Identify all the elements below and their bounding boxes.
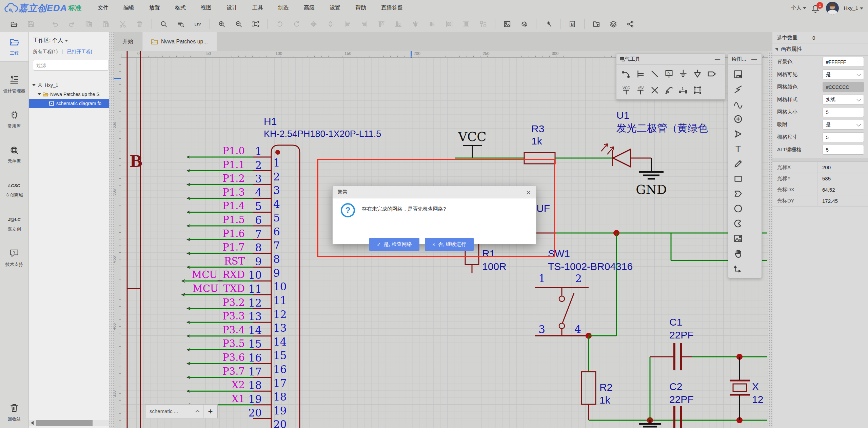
image-tool[interactable]: .ictext{fill:currentColor;stroke:none;fo…: [731, 231, 745, 246]
gnd-symbol[interactable]: [639, 420, 661, 427]
tab-start[interactable]: 开始: [114, 32, 142, 51]
dialog-title-bar[interactable]: 警告 ×: [333, 186, 536, 198]
arc-tool[interactable]: .ictext{fill:currentColor;stroke:none;fo…: [731, 112, 745, 127]
zoom-in-button[interactable]: .ictext{fill:currentColor;stroke:none;fo…: [215, 18, 228, 31]
crystal-x1[interactable]: [730, 357, 750, 420]
tree-item-schematic[interactable]: schematic diagram fo: [29, 99, 113, 108]
pan-hand-tool[interactable]: .ictext{fill:currentColor;stroke:none;fo…: [731, 246, 745, 261]
net-port-tool[interactable]: .ictext{fill:currentColor;stroke:none;fo…: [705, 67, 719, 81]
origin-tool[interactable]: .ictext{fill:currentColor;stroke:none;fo…: [731, 261, 745, 276]
grid-color-swatch[interactable]: #CCCCCC: [823, 82, 864, 92]
rail-item-jlc[interactable]: J@LC嘉立创: [0, 211, 28, 235]
pie-tool[interactable]: .ictext{fill:currentColor;stroke:none;fo…: [731, 216, 745, 231]
project-browser-button[interactable]: .ictext{fill:currentColor;stroke:none;fo…: [590, 18, 603, 31]
grid-style-dropdown[interactable]: 实线: [823, 95, 864, 104]
led-u1[interactable]: [601, 144, 631, 167]
workspace-selector[interactable]: 工作区: 个人: [33, 37, 109, 44]
tree-item-project[interactable]: Nvwa Patches up the S: [29, 90, 113, 99]
avatar[interactable]: [826, 2, 839, 15]
capacitor-c1[interactable]: [673, 343, 682, 370]
close-icon[interactable]: ×: [526, 188, 531, 196]
bus-entry-tool[interactable]: .ictext{fill:currentColor;stroke:none;fo…: [648, 67, 662, 81]
menu-settings[interactable]: 设置: [322, 2, 348, 14]
menu-live-qa[interactable]: 直播答疑: [374, 2, 410, 14]
minimize-button[interactable]: —: [750, 56, 758, 62]
ground-tool[interactable]: .ictext{fill:currentColor;stroke:none;fo…: [676, 67, 690, 81]
scrollbar-thumb[interactable]: [36, 420, 93, 426]
voltage-probe-tool[interactable]: .ictext{fill:currentColor;stroke:none;fo…: [662, 83, 676, 97]
background-color-input[interactable]: #FFFFFF: [823, 57, 864, 67]
workspace-switcher[interactable]: 个人: [791, 5, 806, 11]
capacitor-c2[interactable]: [673, 406, 682, 428]
vcc-flag-tool[interactable]: .ictext{fill:currentColor;stroke:none;fo…: [619, 83, 633, 97]
open-button[interactable]: .ictext{fill:currentColor;stroke:none;fo…: [7, 18, 20, 31]
tree-expand-icon[interactable]: [32, 84, 36, 86]
tab-active-project[interactable]: Nvwa Patches up...: [142, 32, 217, 51]
tab-all-projects[interactable]: 所有工程(1): [33, 49, 58, 54]
menu-advanced[interactable]: 高级: [296, 2, 322, 14]
gnd-symbol[interactable]: [639, 158, 664, 179]
preview-image-button[interactable]: .ictext{fill:currentColor;stroke:none;fo…: [501, 18, 514, 31]
layer-manager-button[interactable]: .ictext{fill:currentColor;stroke:none;fo…: [607, 18, 620, 31]
arrow-tool[interactable]: .ictext{fill:currentColor;stroke:none;fo…: [731, 127, 745, 141]
menu-help[interactable]: 帮助: [348, 2, 374, 14]
plus5v-flag-tool[interactable]: .ictext{fill:currentColor;stroke:none;fo…: [633, 83, 648, 97]
alt-snap-input[interactable]: 5: [823, 145, 864, 155]
no-continue-button[interactable]: ×否, 继续进行: [425, 238, 474, 251]
update-symbols-button[interactable]: .ictext{fill:currentColor;stroke:none;fo…: [518, 18, 531, 31]
text-tool[interactable]: .ictext{fill:currentColor;stroke:none;fo…: [731, 141, 745, 156]
menu-view[interactable]: 视图: [193, 2, 219, 14]
share-button[interactable]: .ictext{fill:currentColor;stroke:none;fo…: [624, 18, 637, 31]
net-label-tool[interactable]: .ictext{fill:currentColor;stroke:none;fo…: [662, 67, 676, 81]
selection-group-tool[interactable]: .ictext{fill:currentColor;stroke:none;fo…: [690, 83, 705, 97]
sheet-dropdown-button[interactable]: schematic ...: [145, 404, 203, 418]
zoom-fit-button[interactable]: .ictext{fill:currentColor;stroke:none;fo…: [249, 18, 262, 31]
rail-item-lcsc-mall[interactable]: LCSC立创商城: [0, 177, 28, 201]
menu-design[interactable]: 设计: [219, 2, 245, 14]
rail-item-component-library[interactable]: .ictext{fill:currentColor;stroke:none;fo…: [0, 142, 28, 168]
minimize-button[interactable]: —: [713, 56, 722, 62]
notification-bell-button[interactable]: 1: [811, 3, 821, 14]
menu-fabrication[interactable]: 制造: [271, 2, 296, 14]
switch-sw1[interactable]: 1 2 3 4: [535, 272, 589, 336]
tree-expand-icon[interactable]: [38, 93, 41, 95]
snap-dropdown[interactable]: 是: [823, 120, 864, 130]
rail-item-recycle-bin[interactable]: 回收站: [0, 400, 28, 425]
no-connect-tool[interactable]: .ictext{fill:currentColor;stroke:none;fo…: [648, 83, 662, 97]
circle-tool[interactable]: .ictext{fill:currentColor;stroke:none;fo…: [731, 201, 745, 216]
tree-item-user[interactable]: Hxy_1: [29, 80, 113, 90]
ground-power-tool[interactable]: .ictext{fill:currentColor;stroke:none;fo…: [690, 67, 705, 81]
grid-visible-dropdown[interactable]: 是: [823, 70, 864, 79]
zoom-out-button[interactable]: .ictext{fill:currentColor;stroke:none;fo…: [232, 18, 245, 31]
rail-item-common-library[interactable]: .ictext{fill:currentColor;stroke:none;fo…: [0, 106, 28, 132]
menu-file[interactable]: 文件: [90, 2, 116, 14]
bom-button[interactable]: .ictext{fill:currentColor;stroke:none;fo…: [566, 18, 579, 31]
search-button[interactable]: .ictext{fill:currentColor;stroke:none;fo…: [157, 18, 170, 31]
find-similar-button[interactable]: .ictext{fill:currentColor;stroke:none;fo…: [191, 18, 204, 31]
rail-item-design-manager[interactable]: .ictext{fill:currentColor;stroke:none;fo…: [0, 71, 28, 97]
grid-size-input[interactable]: 5: [823, 107, 864, 117]
canvas-properties-section[interactable]: 画布属性: [772, 43, 868, 56]
scroll-left-arrow[interactable]: [31, 421, 34, 425]
bus-tool[interactable]: .ictext{fill:currentColor;stroke:none;fo…: [633, 67, 648, 81]
wizard-button[interactable]: .ictext{fill:currentColor;stroke:none;fo…: [542, 18, 555, 31]
polygon-tool[interactable]: .ictext{fill:currentColor;stroke:none;fo…: [731, 186, 745, 201]
snap-size-input[interactable]: 5: [823, 132, 864, 142]
rectangle-tool[interactable]: .ictext{fill:currentColor;stroke:none;fo…: [731, 171, 745, 186]
wire-tool[interactable]: .ictext{fill:currentColor;stroke:none;fo…: [619, 67, 633, 81]
net-oscillator[interactable]: R2 1k C1 22PF C: [581, 316, 767, 428]
freehand-pencil-tool[interactable]: .ictext{fill:currentColor;stroke:none;fo…: [731, 156, 745, 171]
tab-opened-projects[interactable]: 已打开工程(: [67, 49, 93, 54]
user-menu[interactable]: Hxy_1: [844, 5, 863, 11]
horizontal-scrollbar[interactable]: [29, 420, 113, 426]
rail-item-tech-support[interactable]: .ictext{fill:currentColor;stroke:none;fo…: [0, 245, 28, 271]
rail-item-project[interactable]: .ictext{fill:currentColor;stroke:none;fo…: [0, 32, 28, 62]
sheet-frame-tool[interactable]: .ictext{fill:currentColor;stroke:none;fo…: [731, 67, 745, 82]
resistor-r2[interactable]: [581, 372, 596, 404]
add-sheet-button[interactable]: +: [203, 404, 218, 418]
menu-place[interactable]: 放置: [142, 2, 167, 14]
find-net-button[interactable]: .ictext{fill:currentColor;stroke:none;fo…: [174, 18, 187, 31]
yes-check-nets-button[interactable]: ✓是, 检查网络: [369, 238, 419, 251]
panel-resize-gutter[interactable]: [109, 32, 114, 428]
menu-format[interactable]: 格式: [167, 2, 193, 14]
